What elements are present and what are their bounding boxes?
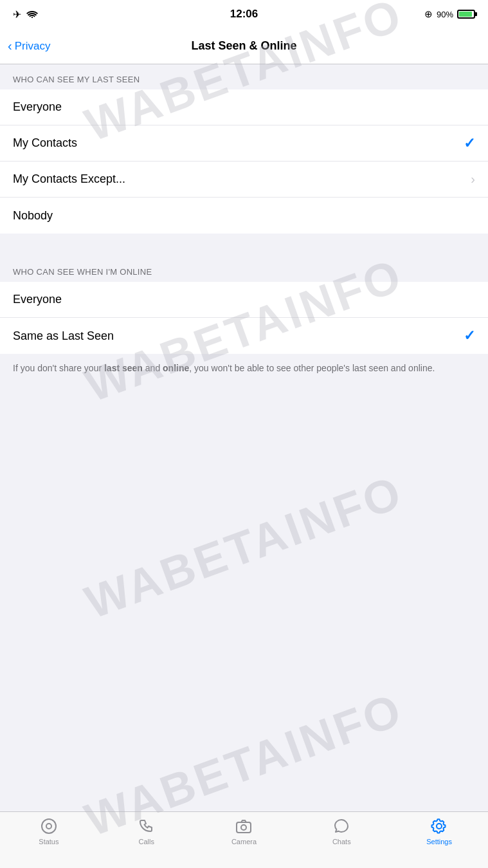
option-my-contacts-right: ✓ bbox=[464, 135, 475, 152]
wifi-icon bbox=[26, 10, 38, 19]
footer-note-bold-last-seen: last seen bbox=[104, 363, 143, 373]
option-everyone-last-seen-label: Everyone bbox=[13, 100, 62, 114]
svg-point-4 bbox=[437, 824, 442, 829]
svg-rect-2 bbox=[237, 822, 251, 833]
footer-note-bold-online: online bbox=[163, 363, 189, 373]
option-same-as-last-seen-label: Same as Last Seen bbox=[13, 329, 114, 343]
tab-settings[interactable]: Settings bbox=[390, 817, 488, 845]
tab-calls-label: Calls bbox=[138, 838, 154, 845]
nav-bar: ‹ Privacy Last Seen & Online bbox=[0, 28, 488, 64]
footer-note: If you don't share your last seen and on… bbox=[0, 354, 488, 388]
back-chevron-icon: ‹ bbox=[8, 39, 12, 52]
option-nobody-label: Nobody bbox=[13, 209, 53, 223]
tab-camera-label: Camera bbox=[231, 838, 257, 845]
battery-percent: 90% bbox=[437, 10, 453, 19]
online-options-group: Everyone Same as Last Seen ✓ bbox=[0, 282, 488, 354]
back-label[interactable]: Privacy bbox=[15, 40, 51, 53]
tab-chats[interactable]: Chats bbox=[293, 817, 390, 845]
option-everyone-last-seen[interactable]: Everyone bbox=[0, 89, 488, 125]
status-icon bbox=[40, 817, 58, 835]
status-time: 12:06 bbox=[230, 8, 258, 21]
tab-status[interactable]: Status bbox=[0, 817, 98, 845]
tab-status-label: Status bbox=[39, 838, 59, 845]
airplane-icon: ✈ bbox=[13, 8, 21, 21]
last-seen-section-header: WHO CAN SEE MY LAST SEEN bbox=[0, 64, 488, 89]
option-same-as-last-seen-right: ✓ bbox=[464, 328, 475, 344]
checkmark-icon: ✓ bbox=[464, 135, 475, 152]
chats-icon bbox=[332, 817, 350, 835]
tab-camera[interactable]: Camera bbox=[195, 817, 293, 845]
footer-note-middle: and bbox=[143, 363, 163, 373]
option-my-contacts-except-right: › bbox=[471, 172, 475, 187]
battery-fill bbox=[459, 12, 472, 17]
tab-calls[interactable]: Calls bbox=[98, 817, 195, 845]
chevron-right-icon: › bbox=[471, 172, 475, 187]
footer-note-prefix: If you don't share your bbox=[13, 363, 104, 373]
back-button[interactable]: ‹ Privacy bbox=[8, 40, 50, 53]
status-left-icons: ✈ bbox=[13, 8, 38, 21]
location-icon: ⊕ bbox=[424, 8, 433, 20]
page-title: Last Seen & Online bbox=[191, 39, 296, 53]
status-right-icons: ⊕ 90% bbox=[424, 8, 475, 20]
calls-icon bbox=[138, 817, 156, 835]
settings-gear-icon bbox=[430, 817, 448, 835]
content-spacer bbox=[0, 388, 488, 811]
svg-point-3 bbox=[241, 825, 246, 830]
status-bar: ✈ 12:06 ⊕ 90% bbox=[0, 0, 488, 28]
footer-note-suffix: , you won't be able to see other people'… bbox=[189, 363, 435, 373]
checkmark-same-icon: ✓ bbox=[464, 328, 475, 344]
tab-settings-label: Settings bbox=[426, 838, 452, 845]
option-my-contacts-except-label: My Contacts Except... bbox=[13, 172, 125, 186]
option-my-contacts[interactable]: My Contacts ✓ bbox=[0, 125, 488, 162]
last-seen-options-group: Everyone My Contacts ✓ My Contacts Excep… bbox=[0, 89, 488, 234]
online-section-header: WHO CAN SEE WHEN I'M ONLINE bbox=[0, 257, 488, 282]
option-nobody[interactable]: Nobody bbox=[0, 198, 488, 234]
option-my-contacts-except[interactable]: My Contacts Except... › bbox=[0, 162, 488, 198]
tab-bar: Status Calls Camera Chats Settings bbox=[0, 811, 488, 868]
battery-icon bbox=[457, 10, 475, 19]
option-everyone-online-label: Everyone bbox=[13, 293, 62, 306]
section-divider bbox=[0, 234, 488, 257]
svg-point-1 bbox=[46, 824, 51, 829]
svg-point-0 bbox=[42, 819, 56, 833]
tab-chats-label: Chats bbox=[332, 838, 351, 845]
camera-icon bbox=[235, 817, 253, 835]
option-same-as-last-seen[interactable]: Same as Last Seen ✓ bbox=[0, 318, 488, 354]
option-everyone-online[interactable]: Everyone bbox=[0, 282, 488, 318]
option-my-contacts-label: My Contacts bbox=[13, 136, 77, 150]
